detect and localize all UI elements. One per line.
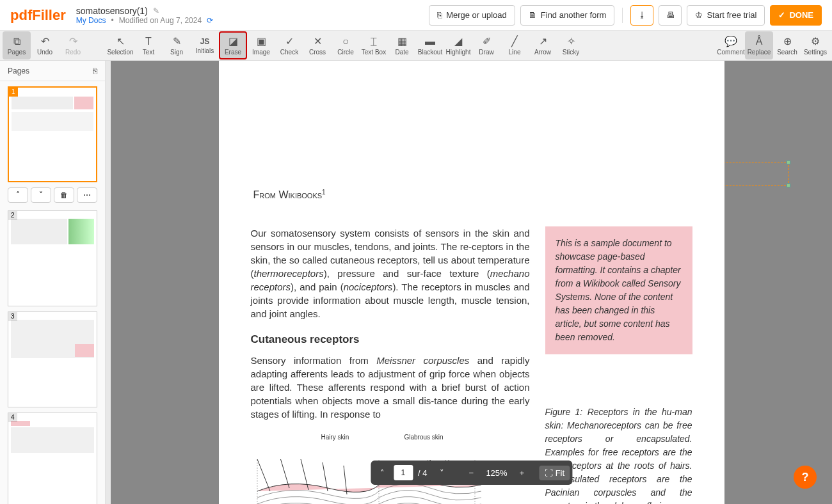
merge-button[interactable]: ⎘Merge or upload <box>429 5 515 26</box>
help-button[interactable]: ? <box>794 466 817 489</box>
main-toolbar: ⧉Pages ↶Undo ↷Redo ↖Selection TText ✎Sig… <box>0 31 832 61</box>
app-header: pdfFiller somatosensory(1) ✎ My Docs • M… <box>0 0 832 31</box>
page-input[interactable] <box>394 465 413 480</box>
textbox-tool[interactable]: ⌶Text Box <box>360 31 388 59</box>
cross-label: Cross <box>309 49 326 56</box>
find-label: Find another form <box>541 10 607 20</box>
zoom-in[interactable]: + <box>513 463 532 482</box>
cross-icon: ✕ <box>314 35 322 47</box>
cross-tool[interactable]: ✕Cross <box>303 31 332 59</box>
canvas[interactable]: ◪ ▭ ˅ Anatomy of the Somatosensory Syste… <box>111 61 832 504</box>
line-tool[interactable]: ╱Line <box>500 31 529 59</box>
circle-tool[interactable]: ○Circle <box>332 31 360 59</box>
replace-tool[interactable]: ÅReplace <box>745 31 773 59</box>
page-total: / 4 <box>414 468 431 478</box>
gear-icon: ⚙ <box>811 35 820 47</box>
blackout-icon: ▬ <box>425 36 435 47</box>
resize-handle[interactable] <box>787 161 790 164</box>
find-form-button[interactable]: 🗎Find another form <box>520 5 615 26</box>
check-icon: ✓ <box>778 10 785 20</box>
erase-tool[interactable]: ◪Erase <box>219 31 247 59</box>
print-button[interactable]: 🖶 <box>659 5 682 26</box>
thumb-up[interactable]: ˄ <box>8 187 28 203</box>
settings-tool[interactable]: ⚙Settings <box>801 31 829 59</box>
replace-icon: Å <box>756 36 763 47</box>
blackout-tool[interactable]: ▬Blackout <box>416 31 444 59</box>
redo-label: Redo <box>65 49 81 56</box>
page-thumb-3[interactable]: 3 <box>8 311 97 407</box>
comment-tool[interactable]: 💬Comment <box>717 31 745 59</box>
draw-tool[interactable]: ✐Draw <box>472 31 500 59</box>
zoom-out[interactable]: − <box>461 463 481 482</box>
initials-tool[interactable]: JSInitials <box>191 31 219 59</box>
callout-box: This is a sample document to showcase pa… <box>545 226 692 354</box>
pages-label: Pages <box>8 49 26 56</box>
thumb-down[interactable]: ˅ <box>31 187 51 203</box>
page-thumb-1[interactable]: 1 <box>8 86 97 182</box>
thumbnails[interactable]: 1 ˄ ˅ 🗑 ⋯ 2 3 4 <box>0 81 105 504</box>
sticky-tool[interactable]: ✧Sticky <box>557 31 585 59</box>
check-tool-icon: ✓ <box>285 35 294 47</box>
thumb-delete[interactable]: 🗑 <box>54 187 74 203</box>
erase-icon: ◪ <box>228 35 238 47</box>
download-button[interactable]: ⭳ <box>630 5 653 26</box>
fit-button[interactable]: ⛶Fit <box>540 466 570 480</box>
draw-icon: ✐ <box>483 35 491 47</box>
highlight-tool[interactable]: ◢Highlight <box>444 31 472 59</box>
textbox-label: Text Box <box>362 49 386 56</box>
page-down[interactable]: ˅ <box>432 463 451 482</box>
page-thumb-2[interactable]: 2 <box>8 210 97 306</box>
fit-icon: ⛶ <box>545 468 553 478</box>
date-label: Date <box>395 49 408 56</box>
add-page-icon[interactable]: ⎘ <box>93 67 97 75</box>
date-tool[interactable]: ▦Date <box>388 31 416 59</box>
cursor-icon: ↖ <box>116 35 125 47</box>
mydocs-link[interactable]: My Docs <box>76 16 106 25</box>
page-up[interactable]: ˄ <box>373 463 392 482</box>
arrow-label: Arrow <box>534 49 551 56</box>
highlight-icon: ◢ <box>454 35 462 47</box>
image-tool[interactable]: ▣Image <box>247 31 275 59</box>
header-actions: ⎘Merge or upload 🗎Find another form ⭳ 🖶 … <box>429 5 822 26</box>
sidebar-title: Pages <box>8 67 29 75</box>
pages-tool[interactable]: ⧉Pages <box>3 31 31 59</box>
thumb-actions: ˄ ˅ 🗑 ⋯ <box>8 187 97 203</box>
thumb-more[interactable]: ⋯ <box>77 187 97 203</box>
date-icon: ▦ <box>397 35 407 47</box>
done-label: DONE <box>789 10 813 20</box>
done-button[interactable]: ✓DONE <box>770 5 822 26</box>
download-icon: ⭳ <box>638 10 646 20</box>
logo[interactable]: pdfFiller <box>10 7 66 24</box>
search-tool[interactable]: ⊕Search <box>773 31 801 59</box>
line-label: Line <box>509 49 521 56</box>
doc-title: somatosensory(1) <box>76 6 148 16</box>
text-icon: T <box>145 36 152 47</box>
redo-icon: ↷ <box>69 35 77 47</box>
fig-label-hairy: Hairy skin <box>321 434 349 441</box>
search-doc-icon: 🗎 <box>529 10 537 20</box>
search-label: Search <box>777 49 797 56</box>
arrow-tool[interactable]: ↗Arrow <box>529 31 557 59</box>
sign-tool[interactable]: ✎Sign <box>163 31 191 59</box>
selection-tool[interactable]: ↖Selection <box>106 31 134 59</box>
zoom-level: 125% <box>482 468 511 478</box>
crown-icon: ♔ <box>695 10 703 20</box>
sidebar-scrollbar[interactable] <box>106 61 111 504</box>
line-icon: ╱ <box>511 35 518 47</box>
start-trial-button[interactable]: ♔Start free trial <box>687 5 765 26</box>
page-navigation: ˄ / 4 ˅ − 125% + ⛶Fit <box>371 461 572 485</box>
check-tool[interactable]: ✓Check <box>275 31 303 59</box>
edit-title-icon[interactable]: ✎ <box>153 6 159 15</box>
redo-tool[interactable]: ↷Redo <box>59 31 87 59</box>
sign-label: Sign <box>170 49 183 56</box>
text-tool[interactable]: TText <box>134 31 163 59</box>
page-thumb-4[interactable]: 4 <box>8 413 97 504</box>
resize-handle[interactable] <box>787 184 790 187</box>
undo-tool[interactable]: ↶Undo <box>31 31 59 59</box>
initials-icon: JS <box>200 37 210 46</box>
history-icon[interactable]: ⟳ <box>207 16 213 25</box>
merge-label: Merge or upload <box>446 10 507 20</box>
pages-icon: ⧉ <box>13 36 20 47</box>
image-label: Image <box>252 49 270 56</box>
initials-label: Initials <box>196 47 214 54</box>
